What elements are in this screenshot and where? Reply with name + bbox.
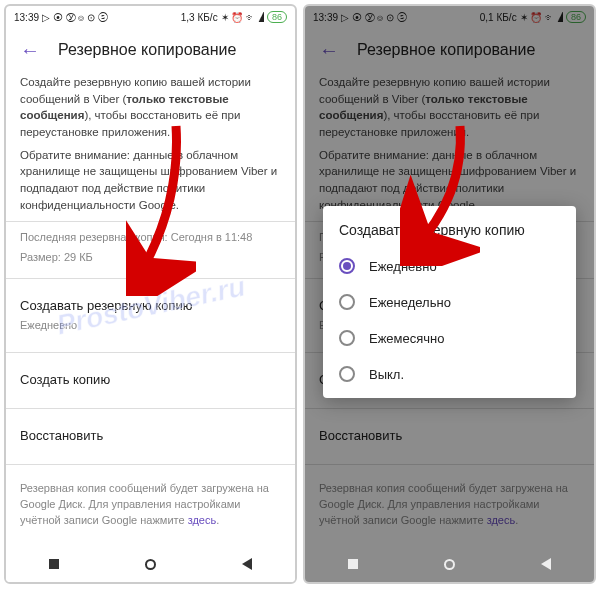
backup-now-row[interactable]: Создать копию bbox=[20, 361, 281, 400]
schedule-row[interactable]: Создавать резервную копию Ежедневно bbox=[20, 287, 281, 344]
last-backup-label: Последняя резервная копия: Сегодня в 11:… bbox=[20, 230, 281, 250]
schedule-dialog: Создавать резервную копию Ежедневно Ежен… bbox=[323, 206, 576, 398]
restore-label: Восстановить bbox=[20, 427, 281, 446]
dialog-title: Создавать резервную копию bbox=[339, 222, 560, 238]
radio-icon bbox=[339, 330, 355, 346]
home-icon[interactable] bbox=[444, 559, 455, 570]
android-navbar bbox=[305, 546, 594, 582]
back-nav-icon[interactable] bbox=[242, 558, 252, 570]
footer-note: Резервная копия сообщений будет загружен… bbox=[20, 473, 281, 537]
status-time: 13:39 bbox=[14, 12, 39, 23]
backup-size-label: Размер: 29 КБ bbox=[20, 250, 281, 270]
option-weekly[interactable]: Еженедельно bbox=[339, 284, 560, 320]
option-monthly[interactable]: Ежемесячно bbox=[339, 320, 560, 356]
android-navbar bbox=[6, 546, 295, 582]
schedule-title: Создавать резервную копию bbox=[20, 297, 281, 316]
back-icon[interactable]: ← bbox=[20, 40, 40, 60]
status-bar: 13:39 ▷ ⦿ ⓨ ⌾ ⊙ ⓢ 1,3 КБ/с ✶ ⏰ ᯤ ◢ 86 bbox=[6, 6, 295, 28]
left-screenshot: 13:39 ▷ ⦿ ⓨ ⌾ ⊙ ⓢ 1,3 КБ/с ✶ ⏰ ᯤ ◢ 86 ← … bbox=[4, 4, 297, 584]
home-icon[interactable] bbox=[145, 559, 156, 570]
status-net: 1,3 КБ/с bbox=[181, 12, 218, 23]
radio-icon bbox=[339, 258, 355, 274]
option-off[interactable]: Выкл. bbox=[339, 356, 560, 392]
right-screenshot: 13:39 ▷ ⦿ ⓨ ⌾ ⊙ ⓢ 0,1 КБ/с ✶ ⏰ ᯤ ◢ 86 ← … bbox=[303, 4, 596, 584]
recent-apps-icon[interactable] bbox=[348, 559, 358, 569]
schedule-value: Ежедневно bbox=[20, 318, 281, 334]
status-icons-right: ✶ ⏰ ᯤ ◢ bbox=[221, 12, 264, 23]
app-bar: ← Резервное копирование bbox=[6, 28, 295, 74]
backup-now-label: Создать копию bbox=[20, 371, 281, 390]
option-daily[interactable]: Ежедневно bbox=[339, 248, 560, 284]
radio-icon bbox=[339, 366, 355, 382]
radio-icon bbox=[339, 294, 355, 310]
footer-link[interactable]: здесь bbox=[188, 514, 217, 526]
page-title: Резервное копирование bbox=[58, 41, 236, 59]
restore-row[interactable]: Восстановить bbox=[20, 417, 281, 456]
intro-paragraph-1: Создайте резервную копию вашей истории с… bbox=[20, 74, 281, 141]
status-icons-left: ▷ ⦿ ⓨ ⌾ ⊙ ⓢ bbox=[42, 12, 108, 23]
back-nav-icon[interactable] bbox=[541, 558, 551, 570]
intro-paragraph-2: Обратите внимание: данные в облачном хра… bbox=[20, 147, 281, 214]
content-area: Создайте резервную копию вашей истории с… bbox=[6, 74, 295, 546]
recent-apps-icon[interactable] bbox=[49, 559, 59, 569]
battery-icon: 86 bbox=[267, 11, 287, 23]
